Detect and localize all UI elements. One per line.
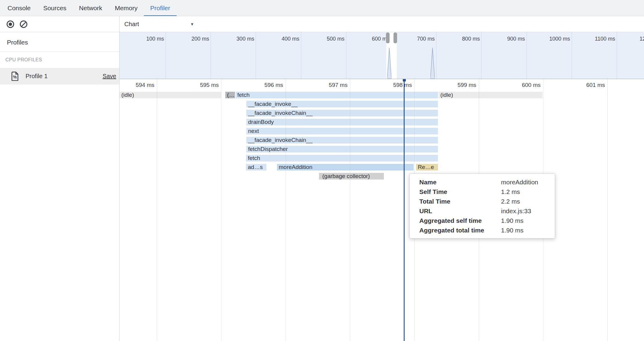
- tab-bar: ConsoleSourcesNetworkMemoryProfiler: [0, 0, 644, 16]
- profile-name: Profile 1: [26, 68, 47, 84]
- overview-tick-label: 200 ms: [161, 36, 209, 42]
- view-mode-dropdown[interactable]: Chart ▼: [124, 16, 194, 32]
- sidebar-title: Profiles: [7, 39, 28, 46]
- overview-tick-label: 300 ms: [206, 36, 254, 42]
- flame-bar[interactable]: moreAddition: [277, 164, 414, 170]
- flame-bar[interactable]: Re…e: [416, 164, 438, 170]
- flame-bar[interactable]: next: [246, 128, 438, 134]
- flame-bar-tooltip: NamemoreAdditionSelf Time1.2 msTotal Tim…: [409, 174, 555, 238]
- flame-bar[interactable]: (idle): [120, 92, 221, 98]
- sidebar-rule: [0, 51, 119, 52]
- selection-handle-right[interactable]: [393, 32, 397, 43]
- flame-bar[interactable]: (…: [225, 92, 235, 98]
- profile-save-link[interactable]: Save: [102, 68, 116, 84]
- chevron-down-icon: ▼: [190, 22, 194, 26]
- tooltip-row: URLindex.js:33: [419, 206, 555, 216]
- flame-bar[interactable]: fetchDispatcher: [246, 146, 438, 152]
- tooltip-field-value: 2.2 ms: [501, 197, 555, 206]
- ruler-tick-label: 597 ms: [302, 82, 348, 88]
- ruler-tick-label: 595 ms: [174, 82, 219, 88]
- flame-bar[interactable]: __facade_invoke__: [246, 101, 438, 107]
- tooltip-field-value: 1.90 ms: [501, 226, 555, 235]
- tooltip-row: Aggregated total time1.90 ms: [419, 226, 555, 235]
- flame-bar[interactable]: (idle): [439, 92, 542, 98]
- overview-tick-label: 1100 ms: [567, 36, 615, 42]
- overview-tick-label: 900 ms: [477, 36, 525, 42]
- tooltip-field-label: Total Time: [419, 197, 501, 206]
- sidebar-item-profile-1[interactable]: % Profile 1 Save: [0, 68, 119, 84]
- ruler-gridline: [350, 79, 350, 341]
- ruler-tick-label: 601 ms: [560, 82, 605, 88]
- tooltip-field-value: 1.2 ms: [501, 187, 555, 197]
- flame-chart-area: 594 ms595 ms596 ms597 ms598 ms599 ms600 …: [120, 79, 644, 341]
- ruler-tick-label: 600 ms: [496, 82, 541, 88]
- flame-bar[interactable]: (garbage collector): [319, 173, 384, 180]
- tooltip-field-value: index.js:33: [501, 206, 555, 216]
- tooltip-field-value: 1.90 ms: [501, 216, 555, 226]
- ruler-tick-label: 599 ms: [431, 82, 476, 88]
- overview-tick-label: 1000 ms: [522, 36, 570, 42]
- overview-tick-label: 1200 ms: [612, 36, 644, 42]
- flame-bar[interactable]: drainBody: [246, 119, 438, 125]
- flame-bar[interactable]: fetch: [246, 155, 438, 161]
- tooltip-field-label: Name: [419, 177, 501, 187]
- tooltip-row: Self Time1.2 ms: [419, 187, 555, 197]
- tooltip-field-label: Aggregated self time: [419, 216, 501, 226]
- cpu-activity-spike: [387, 48, 391, 79]
- flame-bar[interactable]: __facade_invokeChain__: [246, 110, 438, 116]
- overview-tick-label: 500 ms: [296, 36, 345, 42]
- ruler-tick-label: 598 ms: [367, 82, 412, 88]
- tooltip-row: NamemoreAddition: [419, 177, 555, 187]
- overview-tick-label: 800 ms: [432, 36, 480, 42]
- overview-tick-label: 600 ms: [342, 36, 390, 42]
- tooltip-field-label: URL: [419, 206, 501, 216]
- svg-text:%: %: [13, 75, 17, 79]
- selection-handle-left[interactable]: [386, 32, 390, 43]
- tab-network[interactable]: Network: [73, 0, 108, 16]
- flame-bar[interactable]: __facade_invokeChain__: [246, 137, 438, 143]
- view-mode-label: Chart: [124, 21, 139, 28]
- tooltip-field-value: moreAddition: [501, 177, 555, 187]
- tab-console[interactable]: Console: [1, 0, 37, 16]
- tab-sources[interactable]: Sources: [37, 0, 73, 16]
- ruler-gridline: [221, 79, 221, 341]
- tooltip-row: Aggregated self time1.90 ms: [419, 216, 555, 226]
- ruler-tick-label: 596 ms: [238, 82, 283, 88]
- flame-bar[interactable]: ad…s: [246, 164, 266, 170]
- tooltip-field-label: Aggregated total time: [419, 226, 501, 235]
- overview-tick-label: 100 ms: [120, 36, 164, 42]
- flame-bar[interactable]: fetch: [235, 92, 438, 98]
- tab-memory[interactable]: Memory: [108, 0, 144, 16]
- tooltip-row: Total Time2.2 ms: [419, 197, 555, 206]
- ruler-gridline: [157, 79, 157, 341]
- timeline-overview[interactable]: 100 ms200 ms300 ms400 ms500 ms600 ms700 …: [120, 32, 644, 79]
- ruler-gridline: [607, 79, 608, 341]
- profiler-toolbar: [0, 16, 119, 32]
- clear-profiles-icon[interactable]: [20, 20, 27, 28]
- playhead-line: [404, 79, 405, 341]
- tooltip-field-label: Self Time: [419, 187, 501, 197]
- cpu-activity-spike: [430, 48, 435, 79]
- profile-document-icon: %: [11, 72, 19, 82]
- overview-tick-label: 400 ms: [251, 36, 299, 42]
- record-profile-icon[interactable]: [7, 20, 14, 28]
- ruler-gridline: [286, 79, 286, 341]
- ruler-tick-label: 594 ms: [120, 82, 154, 88]
- tab-profiler[interactable]: Profiler: [144, 0, 177, 16]
- sidebar-section-cpu-profiles: CPU PROFILES: [5, 57, 42, 63]
- playhead-handle: [403, 79, 406, 81]
- devtools-window: ConsoleSourcesNetworkMemoryProfiler Prof…: [0, 0, 644, 341]
